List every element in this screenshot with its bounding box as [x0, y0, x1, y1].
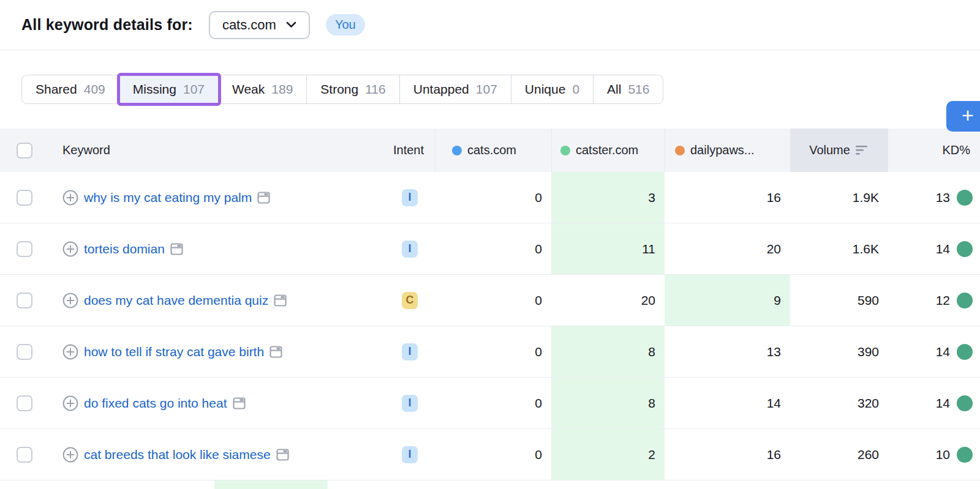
- intent-badge: I: [402, 241, 418, 258]
- dailypaws-value: 16: [665, 172, 790, 223]
- serp-features-icon[interactable]: [257, 191, 270, 204]
- page-title: All keyword details for:: [21, 16, 193, 34]
- kd-difficulty-dot-icon: [957, 190, 973, 206]
- tab-count: 107: [183, 82, 205, 97]
- tab-all[interactable]: All 516: [594, 75, 663, 103]
- cats-com-value: 0: [435, 429, 551, 480]
- kd-value: 12: [888, 275, 980, 326]
- kd-value: 14: [888, 378, 980, 428]
- intent-badge: I: [402, 395, 418, 412]
- catster-com-value: 11: [551, 223, 665, 274]
- partial-next-row: [0, 480, 980, 489]
- kd-value: 14: [888, 326, 980, 377]
- serp-features-icon[interactable]: [270, 345, 282, 359]
- row-checkbox[interactable]: [17, 344, 32, 360]
- column-header-intent: Intent: [380, 129, 435, 172]
- keyword-gap-page: All keyword details for: cats.com You Sh…: [0, 0, 980, 489]
- tab-shared[interactable]: Shared 409: [22, 75, 119, 103]
- tab-strong[interactable]: Strong 116: [307, 75, 399, 103]
- volume-value: 1.9K: [790, 172, 888, 223]
- kd-difficulty-dot-icon: [957, 344, 973, 360]
- volume-value: 390: [790, 326, 888, 377]
- keyword-link[interactable]: torteis domian: [84, 242, 165, 256]
- kd-value: 14: [888, 223, 980, 274]
- kd-difficulty-dot-icon: [957, 241, 973, 257]
- tabs-section: Shared 409 Missing 107 Weak 189 Strong 1…: [0, 50, 980, 129]
- add-keyword-icon[interactable]: [62, 447, 78, 463]
- table-row: cat breeds that look like siamese I 0 2 …: [0, 429, 980, 480]
- kd-value: 10: [888, 429, 980, 480]
- dailypaws-value: 13: [665, 326, 790, 377]
- tab-count: 116: [365, 82, 385, 97]
- add-to-list-button[interactable]: +: [946, 101, 980, 132]
- chevron-down-icon: [286, 21, 296, 28]
- catster-com-value: 8: [551, 378, 665, 428]
- intent-badge: I: [402, 343, 418, 360]
- catster-com-value: 3: [551, 172, 665, 223]
- intent-badge: I: [402, 189, 418, 206]
- dailypaws-dot-icon: [675, 146, 685, 155]
- keyword-link[interactable]: why is my cat eating my palm: [84, 190, 252, 205]
- serp-features-icon[interactable]: [170, 242, 183, 256]
- domain-dropdown[interactable]: cats.com: [209, 11, 310, 39]
- table-row: why is my cat eating my palm I 0 3 16 1.…: [0, 172, 980, 223]
- sort-descending-icon: [856, 145, 869, 155]
- catster-com-value: 20: [551, 275, 665, 326]
- cats-com-dot-icon: [452, 146, 462, 155]
- table-row: torteis domian I 0 11 20 1.6K 14: [0, 223, 980, 275]
- add-keyword-icon[interactable]: [62, 344, 78, 360]
- tab-unique[interactable]: Unique 0: [511, 75, 594, 103]
- row-checkbox[interactable]: [17, 241, 32, 257]
- row-checkbox[interactable]: [17, 395, 32, 411]
- cats-com-value: 0: [435, 378, 551, 428]
- tab-weak[interactable]: Weak 189: [219, 75, 307, 103]
- kd-difficulty-dot-icon: [957, 293, 973, 308]
- tab-count: 409: [84, 82, 105, 97]
- serp-features-icon[interactable]: [276, 448, 289, 461]
- keyword-link[interactable]: cat breeds that look like siamese: [84, 447, 271, 462]
- row-checkbox[interactable]: [17, 447, 32, 463]
- column-header-volume[interactable]: Volume: [790, 129, 888, 172]
- row-checkbox[interactable]: [17, 293, 32, 308]
- column-header-catster-com: catster.com: [551, 129, 665, 172]
- keyword-link[interactable]: do fixed cats go into heat: [84, 396, 227, 411]
- you-badge: You: [326, 14, 365, 35]
- select-all-checkbox[interactable]: [17, 143, 32, 159]
- keyword-link[interactable]: how to tell if stray cat gave birth: [84, 345, 264, 359]
- tab-missing[interactable]: Missing 107: [119, 75, 219, 103]
- intent-badge: I: [402, 446, 418, 463]
- column-header-keyword: Keyword: [43, 129, 380, 172]
- cats-com-value: 0: [435, 223, 551, 274]
- add-keyword-icon[interactable]: [62, 241, 78, 257]
- domain-dropdown-value: cats.com: [222, 17, 276, 33]
- dailypaws-value: 16: [665, 429, 790, 480]
- catster-com-dot-icon: [560, 146, 570, 155]
- dailypaws-value: 9: [665, 275, 790, 326]
- catster-com-value: 8: [551, 326, 665, 377]
- row-checkbox[interactable]: [17, 190, 32, 206]
- keyword-link[interactable]: does my cat have dementia quiz: [84, 293, 268, 308]
- cats-com-value: 0: [435, 326, 551, 377]
- tab-untapped[interactable]: Untapped 107: [400, 75, 511, 103]
- volume-value: 590: [790, 275, 888, 326]
- table-row: does my cat have dementia quiz C 0 20 9 …: [0, 275, 980, 326]
- table-header-row: Keyword Intent cats.com catster.com dail…: [0, 129, 980, 172]
- add-keyword-icon[interactable]: [62, 395, 78, 411]
- serp-features-icon[interactable]: [274, 294, 287, 307]
- kd-difficulty-dot-icon: [957, 447, 973, 463]
- table-row: how to tell if stray cat gave birth I 0 …: [0, 326, 980, 378]
- add-keyword-icon[interactable]: [62, 190, 78, 206]
- add-keyword-icon[interactable]: [62, 293, 78, 308]
- keywords-table: Keyword Intent cats.com catster.com dail…: [0, 129, 980, 489]
- column-header-dailypaws: dailypaws...: [665, 129, 790, 172]
- volume-value: 260: [790, 429, 888, 480]
- kd-value: 13: [888, 172, 980, 223]
- volume-value: 1.6K: [790, 223, 888, 274]
- volume-value: 320: [790, 378, 888, 428]
- serp-features-icon[interactable]: [233, 397, 246, 410]
- top-bar: All keyword details for: cats.com You: [0, 0, 980, 50]
- cats-com-value: 0: [435, 172, 551, 223]
- tab-count: 516: [628, 82, 649, 97]
- cats-com-value: 0: [435, 275, 551, 326]
- column-header-kd: KD%: [888, 129, 980, 172]
